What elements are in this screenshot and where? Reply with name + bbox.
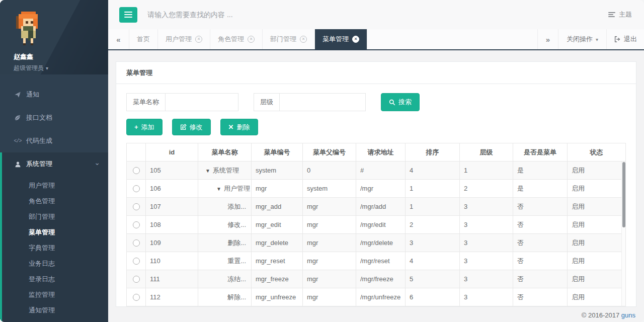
add-button[interactable]: + 添加 — [126, 119, 163, 135]
cell-id: 106 — [146, 180, 198, 198]
radio-button[interactable] — [133, 221, 140, 228]
tab-label: 角色管理 — [218, 35, 244, 44]
sidebar-subitem[interactable]: 菜单管理 — [2, 224, 108, 240]
logout-label: 退出 — [624, 35, 637, 44]
global-search-input[interactable] — [147, 11, 308, 19]
cell-url: /mgr/add — [356, 198, 406, 216]
cell-url: /mgr/edit — [356, 216, 406, 234]
sidebar-subitem[interactable]: 监控管理 — [2, 287, 108, 302]
tab-item[interactable]: 首页 — [129, 29, 158, 49]
column-header: 是否是菜单 — [513, 143, 568, 162]
table-scrollbar-thumb[interactable] — [622, 162, 625, 227]
tab-close-icon[interactable]: ✕ — [195, 36, 202, 43]
brand-link[interactable]: guns — [621, 311, 635, 319]
radio-button[interactable] — [133, 167, 140, 174]
sidebar-item-notice[interactable]: 通知 — [0, 83, 108, 106]
sidebar-item-label: 通知 — [26, 90, 39, 99]
radio-cell — [127, 162, 146, 180]
avatar — [14, 11, 43, 48]
menu-name-label: 菜单名称 — [127, 94, 166, 111]
sidebar-subitem[interactable]: 角色管理 — [2, 193, 108, 209]
cell-menu-name: 解除... — [198, 288, 252, 306]
theme-button[interactable]: 主题 — [608, 10, 632, 19]
user-name: 赵鑫鑫 — [14, 52, 108, 61]
logout-button[interactable]: 退出 — [607, 29, 644, 49]
sidebar-toggle-button[interactable] — [119, 7, 137, 23]
tree-caret-icon[interactable]: ▼ — [205, 168, 210, 174]
menu-name-label: 修改... — [227, 221, 246, 228]
tab-item[interactable]: 菜单管理✕ — [315, 29, 367, 49]
search-button[interactable]: 搜索 — [381, 93, 420, 111]
menu-name-input[interactable] — [166, 94, 238, 111]
table-scrollbar[interactable] — [621, 162, 625, 306]
sidebar-item-api-docs[interactable]: 接口文档 — [0, 106, 108, 129]
cell-parent-code: mgr — [303, 216, 356, 234]
radio-button[interactable] — [133, 258, 140, 265]
sidebar-subitem[interactable]: 通知管理 — [2, 302, 108, 318]
column-header: 请求地址 — [356, 143, 406, 162]
profile-panel: 赵鑫鑫 超级管理员▾ — [0, 0, 108, 74]
tab-item[interactable]: 用户管理✕ — [158, 29, 210, 49]
cell-code: mgr_delete — [252, 234, 303, 252]
table-row: 109删除...mgr_deletemgr/mgr/delete33否启用 — [127, 234, 626, 252]
cell-id: 109 — [146, 234, 198, 252]
table-row: 106▼用户管理mgrsystem/mgr12是启用 — [127, 180, 626, 198]
user-role-dropdown[interactable]: 超级管理员▾ — [14, 64, 108, 72]
column-header: 排序 — [406, 143, 460, 162]
radio-button[interactable] — [133, 185, 140, 192]
tab-close-icon[interactable]: ✕ — [300, 36, 307, 43]
cell-menu-name: 删除... — [198, 234, 252, 252]
cell-status: 启用 — [568, 270, 626, 288]
tree-caret-icon[interactable]: ▼ — [216, 186, 221, 192]
sidebar-group-system: 系统管理 ⌄ 用户管理角色管理部门管理菜单管理字典管理业务日志登录日志监控管理通… — [0, 152, 108, 322]
cell-url: /mgr/freeze — [356, 270, 406, 288]
radio-button[interactable] — [133, 276, 140, 283]
tabs-scroll-left-button[interactable]: « — [108, 29, 129, 49]
sidebar-subitem[interactable]: 字典管理 — [2, 240, 108, 256]
radio-button[interactable] — [133, 294, 140, 301]
close-operations-dropdown[interactable]: 关闭操作 ▾ — [558, 29, 607, 49]
column-header: id — [146, 143, 198, 162]
radio-cell — [127, 252, 146, 270]
menu-name-label: 重置... — [227, 257, 246, 265]
tab-item[interactable]: 角色管理✕ — [210, 29, 263, 49]
edit-button[interactable]: 修改 — [172, 119, 211, 135]
cell-parent-code: mgr — [303, 288, 356, 306]
radio-cell — [127, 270, 146, 288]
tab-close-icon[interactable]: ✕ — [352, 36, 359, 43]
level-input[interactable] — [280, 94, 365, 111]
tab-close-icon[interactable]: ✕ — [248, 36, 255, 43]
menu-name-label: 用户管理 — [224, 185, 250, 192]
sidebar-subitem[interactable]: 部门管理 — [2, 209, 108, 224]
sidebar-item-system-mgmt[interactable]: 系统管理 ⌄ — [2, 152, 108, 176]
cell-status: 启用 — [568, 216, 626, 234]
delete-button[interactable]: ✕ 删除 — [220, 119, 258, 135]
cell-is-menu: 否 — [513, 234, 568, 252]
tab-label: 用户管理 — [166, 35, 192, 44]
table-header-row: id菜单名称菜单编号菜单父编号请求地址排序层级是否是菜单状态 — [127, 143, 626, 162]
radio-button[interactable] — [133, 239, 140, 247]
tab-item[interactable]: 部门管理✕ — [263, 29, 315, 49]
column-header — [127, 143, 146, 162]
sidebar-subitem[interactable]: 业务日志 — [2, 256, 108, 271]
sidebar-subitem[interactable]: 用户管理 — [2, 178, 108, 193]
cell-is-menu: 是 — [513, 162, 568, 180]
cell-is-menu: 否 — [513, 270, 568, 288]
caret-down-icon: ▾ — [46, 65, 48, 71]
sidebar-item-code-gen[interactable]: </> 代码生成 — [0, 129, 108, 152]
sidebar-item-label: 接口文档 — [26, 113, 52, 122]
column-header: 状态 — [568, 143, 626, 162]
cell-level: 3 — [460, 234, 513, 252]
cell-sort: 5 — [406, 270, 460, 288]
caret-down-icon: ▾ — [596, 37, 598, 42]
radio-button[interactable] — [133, 203, 140, 210]
leaf-icon — [13, 114, 23, 121]
cell-menu-name: ▼系统管理 — [198, 162, 252, 180]
sidebar-subitem[interactable]: 登录日志 — [2, 271, 108, 287]
table-row: 108修改...mgr_editmgr/mgr/edit23否启用 — [127, 216, 626, 234]
tabs-scroll-right-button[interactable]: » — [537, 29, 558, 49]
cell-level: 3 — [460, 252, 513, 270]
panel-title: 菜单管理 — [116, 62, 636, 84]
cell-level: 3 — [460, 270, 513, 288]
cell-sort: 6 — [406, 288, 460, 306]
